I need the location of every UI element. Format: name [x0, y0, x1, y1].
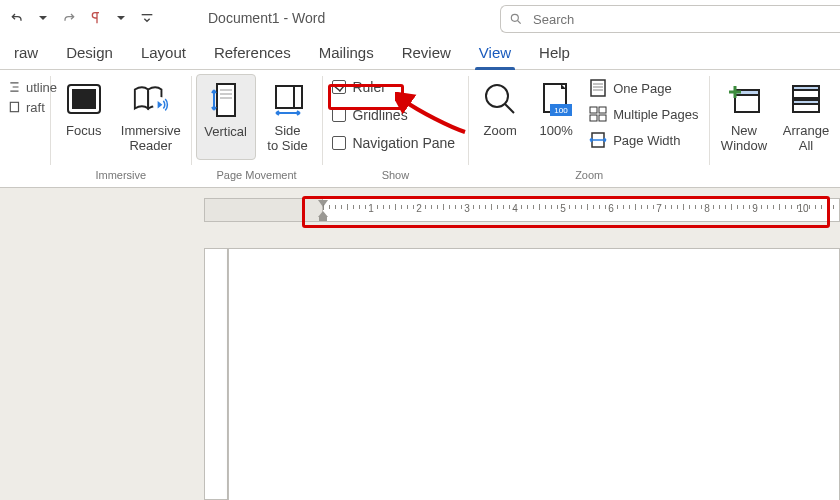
svg-rect-13 — [590, 107, 597, 113]
vertical-button[interactable]: Vertical — [196, 74, 256, 160]
tab-review[interactable]: Review — [388, 38, 465, 69]
ruler-checkbox[interactable]: Ruler — [332, 78, 456, 96]
arrange-all-icon — [787, 80, 825, 118]
search-box[interactable] — [500, 5, 840, 33]
one-page-button[interactable]: One Page — [589, 76, 699, 100]
checkbox-icon — [332, 80, 346, 94]
tab-help[interactable]: Help — [525, 38, 584, 69]
views-list: utline raft — [4, 74, 50, 117]
svg-rect-7 — [294, 86, 302, 108]
multiple-pages-button[interactable]: Multiple Pages — [589, 102, 699, 126]
ribbon-tabs: raw Design Layout References Mailings Re… — [0, 36, 840, 70]
svg-rect-1 — [10, 102, 18, 111]
svg-rect-12 — [591, 80, 605, 96]
svg-text:100: 100 — [555, 106, 569, 115]
horizontal-ruler[interactable]: 12345678910 — [204, 198, 840, 222]
vertical-ruler[interactable] — [204, 248, 228, 500]
page-vertical-icon — [207, 81, 245, 119]
tab-layout[interactable]: Layout — [127, 38, 200, 69]
focus-icon — [65, 80, 103, 118]
svg-rect-14 — [599, 107, 606, 113]
tab-design[interactable]: Design — [52, 38, 127, 69]
group-label-zoom: Zoom — [575, 169, 603, 185]
magnifier-icon — [481, 80, 519, 118]
draft-view-button[interactable]: raft — [4, 97, 50, 117]
arrange-all-button[interactable]: Arrange All — [776, 74, 836, 160]
quick-access-toolbar — [6, 0, 158, 36]
undo-dropdown-icon[interactable] — [32, 7, 54, 29]
group-label-page-movement: Page Movement — [217, 169, 297, 185]
page-horizontal-icon — [269, 80, 307, 118]
search-icon — [509, 12, 523, 26]
svg-rect-21 — [793, 86, 819, 90]
checkbox-icon — [332, 108, 346, 122]
svg-rect-16 — [599, 115, 606, 121]
undo-button[interactable] — [6, 7, 28, 29]
immersive-reader-button[interactable]: Immersive Reader — [115, 74, 187, 160]
tab-draw[interactable]: raw — [0, 38, 52, 69]
search-input[interactable] — [531, 11, 832, 28]
group-immersive: Focus Immersive Reader Immersive — [51, 70, 191, 187]
zoom-100-button[interactable]: 100 100% — [529, 74, 583, 160]
paragraph-mark-button[interactable] — [84, 7, 106, 29]
gridlines-checkbox[interactable]: Gridlines — [332, 106, 456, 124]
svg-point-8 — [486, 85, 508, 107]
book-audio-icon — [132, 80, 170, 118]
paragraph-dropdown-icon[interactable] — [110, 7, 132, 29]
checkbox-icon — [332, 136, 346, 150]
ribbon: utline raft Focus — [0, 70, 840, 188]
document-title: Document1 - Word — [208, 10, 325, 26]
svg-rect-6 — [276, 86, 294, 108]
group-zoom: Zoom 100 100% — [469, 70, 709, 187]
new-window-icon — [725, 80, 763, 118]
svg-rect-5 — [217, 84, 235, 116]
svg-rect-23 — [793, 100, 819, 104]
group-label-immersive: Immersive — [95, 169, 146, 185]
tab-references[interactable]: References — [200, 38, 305, 69]
title-bar: Document1 - Word — [0, 0, 840, 36]
document-page[interactable] — [228, 248, 840, 500]
group-window: New Window Arrange All — [710, 70, 840, 187]
outline-view-button[interactable]: utline — [4, 77, 50, 97]
tab-view[interactable]: View — [465, 38, 525, 69]
customize-qat-icon[interactable] — [136, 7, 158, 29]
one-page-icon — [589, 79, 607, 97]
group-label-show: Show — [382, 169, 410, 185]
page-width-button[interactable]: Page Width — [589, 128, 699, 152]
zoom-button[interactable]: Zoom — [473, 74, 527, 160]
multi-page-icon — [589, 105, 607, 123]
page-width-icon — [589, 131, 607, 149]
side-to-side-button[interactable]: Side to Side — [258, 74, 318, 160]
svg-point-0 — [511, 14, 518, 21]
svg-rect-3 — [72, 89, 96, 109]
redo-button[interactable] — [58, 7, 80, 29]
focus-button[interactable]: Focus — [55, 74, 113, 160]
navigation-pane-checkbox[interactable]: Navigation Pane — [332, 134, 456, 152]
page-100-icon: 100 — [537, 80, 575, 118]
group-show: Ruler Gridlines Navigation Pane Show — [322, 70, 468, 187]
group-page-movement: Vertical Side to Side Page Movement — [192, 70, 322, 187]
editor-area: 12345678910 — [0, 188, 840, 500]
tab-mailings[interactable]: Mailings — [305, 38, 388, 69]
svg-rect-15 — [590, 115, 597, 121]
new-window-button[interactable]: New Window — [714, 74, 774, 160]
